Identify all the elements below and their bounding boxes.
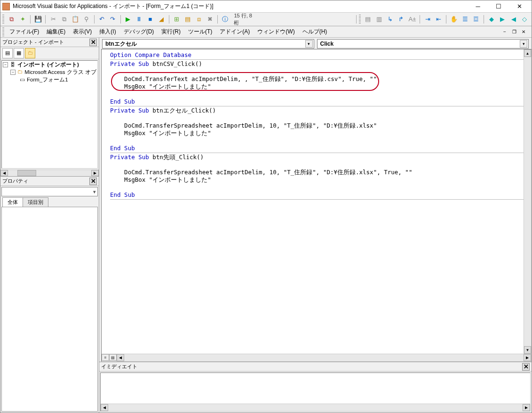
toolbox-button[interactable]: ✖ [205, 14, 215, 24]
properties-window-button[interactable]: ▤ [183, 14, 193, 24]
view-object-button[interactable]: ▦ [14, 48, 24, 58]
insert-module-button[interactable]: ✦ [17, 14, 28, 24]
code-body[interactable]: Option Compare Database Private Sub btnC… [102, 49, 531, 361]
bookmark-prev-button[interactable]: ◀ [508, 14, 519, 24]
full-module-view-button[interactable]: ▤ [109, 354, 117, 361]
breakpoint-button[interactable]: ✋ [449, 14, 459, 24]
immediate-pane-close-button[interactable]: ✕ [522, 363, 530, 371]
bookmark-next-button[interactable]: ▶ [497, 14, 508, 24]
cut-button[interactable]: ✂ [48, 14, 58, 24]
tree-form-item[interactable]: ▭ Form_フォーム1 [2, 76, 97, 83]
tree-class-group[interactable]: − 🗀 Microsoft Access クラス オブ [2, 68, 97, 76]
properties-tab-categorized[interactable]: 項目別 [23, 197, 48, 207]
left-panel: プロジェクト - インポート ✕ ▤ ▦ 🗀 − 🎛 インポート (インポート)… [0, 38, 99, 413]
toolbars: ⧉ ✦ 💾 ✂ ⧉ 📋 ⚲ ↶ ↷ ▶ ⏸ ■ ◢ ⊞ ▤ ⧈ ✖ ⓘ 15 行… [0, 13, 532, 26]
edit-tb-btn-1[interactable]: ▤ [363, 14, 373, 24]
view-code-button[interactable]: ▤ [2, 48, 13, 58]
folder-icon: 🗀 [17, 69, 24, 75]
properties-pane-title: プロパティ [2, 178, 28, 185]
mdi-controls: − ❐ ✕ [500, 28, 530, 36]
maximize-button[interactable]: ☐ [488, 1, 509, 12]
standard-toolbar: ⧉ ✦ 💾 ✂ ⧉ 📋 ⚲ ↶ ↷ ▶ ⏸ ■ ◢ ⊞ ▤ ⧈ ✖ ⓘ 15 行… [0, 13, 532, 26]
project-pane-toolbar: ▤ ▦ 🗀 [0, 47, 99, 59]
procedure-view-button[interactable]: ≡ [102, 354, 109, 361]
menu-file[interactable]: ファイル(F) [6, 27, 43, 37]
project-icon: 🎛 [9, 61, 16, 68]
properties-pane-header: プロパティ ✕ [0, 177, 99, 186]
object-browser-button[interactable]: ⧈ [194, 14, 204, 24]
properties-grid[interactable] [1, 207, 98, 412]
menu-insert[interactable]: 挿入(I) [95, 27, 119, 37]
cursor-position-label: 15 行, 8 桁 [231, 12, 261, 26]
code-editor-wrap: Option Compare Database Private Sub btnC… [99, 49, 532, 362]
bookmark-toggle-button[interactable]: ◆ [486, 14, 497, 24]
mdi-close-button[interactable]: ✕ [519, 28, 528, 36]
code-hscroll[interactable]: ≡ ▤ ◀▶ [102, 354, 531, 361]
mdi-minimize-button[interactable]: − [500, 28, 509, 36]
comment-block-button[interactable]: ☰ [460, 14, 470, 24]
collapse-icon[interactable]: − [3, 62, 8, 67]
properties-tab-all[interactable]: 全体 [2, 197, 23, 207]
indent-button[interactable]: ⇥ [422, 14, 433, 24]
break-button[interactable]: ⏸ [134, 14, 144, 24]
titlebar-text: Microsoft Visual Basic for Applications … [13, 2, 468, 10]
project-explorer-button[interactable]: ⊞ [172, 14, 182, 24]
properties-object-combo[interactable] [1, 187, 98, 196]
immediate-pane-title: イミディエイト [101, 363, 137, 370]
close-button[interactable]: ✕ [509, 1, 530, 12]
toolbar-grip-2[interactable] [359, 15, 361, 24]
menu-view[interactable]: 表示(V) [69, 27, 95, 37]
menu-window[interactable]: ウィンドウ(W) [254, 27, 298, 37]
uncomment-block-button[interactable]: ☲ [471, 14, 481, 24]
edit-tb-btn-3[interactable]: ↳ [385, 14, 396, 24]
undo-button[interactable]: ↶ [97, 14, 107, 24]
immediate-hscroll[interactable]: ◀▶ [101, 404, 530, 411]
outdent-button[interactable]: ⇤ [434, 14, 444, 24]
view-access-button[interactable]: ⧉ [7, 14, 17, 24]
code-editor[interactable]: Option Compare Database Private Sub btnC… [101, 49, 532, 362]
titlebar: Microsoft Visual Basic for Applications … [0, 0, 532, 13]
find-button[interactable]: ⚲ [81, 14, 92, 24]
edit-tb-btn-5[interactable]: A± [407, 14, 418, 24]
code-vscroll[interactable]: ▲▼ [524, 49, 531, 354]
save-button[interactable]: 💾 [33, 14, 43, 24]
menu-debug[interactable]: デバッグ(D) [120, 27, 158, 37]
tree-project-root[interactable]: − 🎛 インポート (インポート) [2, 61, 97, 68]
window-controls: ─ ☐ ✕ [468, 1, 530, 12]
menubar: ファイル(F) 編集(E) 表示(V) 挿入(I) デバッグ(D) 実行(R) … [0, 26, 532, 38]
edit-tb-btn-4[interactable]: ↱ [396, 14, 406, 24]
menu-run[interactable]: 実行(R) [158, 27, 184, 37]
design-mode-button[interactable]: ◢ [156, 14, 167, 24]
redo-button[interactable]: ↷ [108, 14, 118, 24]
run-button[interactable]: ▶ [123, 14, 134, 24]
properties-tabs: 全体 項目別 [0, 197, 99, 207]
menu-edit[interactable]: 編集(E) [43, 27, 69, 37]
copy-button[interactable]: ⧉ [59, 14, 70, 24]
toolbar-grip[interactable] [2, 15, 4, 24]
object-combo[interactable]: btnエクセル ▾ [102, 39, 314, 49]
project-pane-title: プロジェクト - インポート [2, 39, 64, 46]
help-button[interactable]: ⓘ [220, 14, 230, 24]
reset-button[interactable]: ■ [145, 14, 156, 24]
chevron-down-icon: ▾ [305, 40, 313, 48]
mdi-restore-button[interactable]: ❐ [510, 28, 518, 36]
menu-addins[interactable]: アドイン(A) [216, 27, 254, 37]
procedure-combo[interactable]: Click ▾ [317, 39, 529, 49]
app-icon [2, 3, 10, 10]
paste-button[interactable]: 📋 [71, 14, 81, 24]
project-tree-hscroll[interactable]: ◀▶ [0, 170, 99, 176]
toggle-folders-button[interactable]: 🗀 [25, 48, 35, 58]
immediate-body[interactable]: ◀▶ [100, 373, 531, 412]
edit-tb-btn-2[interactable]: ▥ [374, 14, 384, 24]
project-pane-close-button[interactable]: ✕ [89, 39, 97, 46]
chevron-down-icon: ▾ [520, 40, 527, 48]
properties-pane-close-button[interactable]: ✕ [89, 178, 97, 185]
minimize-button[interactable]: ─ [468, 1, 488, 12]
menu-tools[interactable]: ツール(T) [184, 27, 216, 37]
project-tree[interactable]: − 🎛 インポート (インポート) − 🗀 Microsoft Access ク… [1, 60, 98, 169]
properties-pane: プロパティ ✕ 全体 項目別 [0, 176, 99, 413]
menu-help[interactable]: ヘルプ(H) [299, 27, 331, 37]
bookmark-clear-button[interactable]: ◇ [519, 14, 530, 24]
collapse-icon[interactable]: − [10, 70, 16, 75]
menubar-grip[interactable] [2, 27, 4, 37]
